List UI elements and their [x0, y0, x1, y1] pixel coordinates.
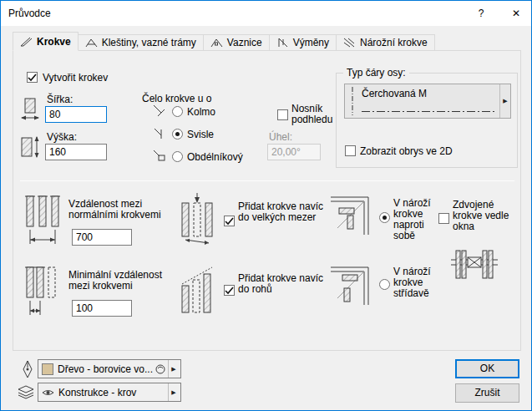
add-rafter-corner-icon: [180, 262, 214, 322]
obdelnikovy-label[interactable]: Obdélníkový: [187, 152, 243, 163]
height-input[interactable]: [45, 144, 107, 160]
angle-label: Úhel:: [269, 132, 292, 143]
show-outline-2d-label[interactable]: Zobrazit obrys ve 2D: [360, 146, 453, 157]
line-type-value-area: Čerchovaná M: [360, 84, 499, 118]
dropdown-arrow-icon[interactable]: ▶: [168, 360, 179, 378]
show-outline-2d-checkbox[interactable]: [345, 145, 356, 156]
axis-line-icon: [345, 84, 360, 118]
tab-klestiny[interactable]: Kleštiny, vazné trámy: [78, 34, 204, 51]
section-separator: [20, 180, 514, 181]
ok-button[interactable]: OK: [455, 359, 519, 378]
add-gap-rafters-label[interactable]: Přidat krokve navíc do velkých mezer: [238, 201, 332, 223]
svisle-label[interactable]: Svisle: [187, 129, 214, 140]
line-type-dropdown[interactable]: Čerchovaná M ▶: [344, 84, 511, 119]
pruvodce-dialog: Průvodce ? ✕ Krokve Kleštiny, vazné trám…: [0, 0, 532, 411]
min-distance-input[interactable]: [72, 300, 132, 317]
double-by-window-label[interactable]: Zdvojené krokve vedle okna: [453, 200, 519, 232]
add-rafter-gap-icon: [180, 191, 214, 251]
layer-dropdown[interactable]: Konstrukce - krov ▶: [38, 383, 181, 402]
close-button[interactable]: ✕: [501, 1, 531, 26]
tabstrip: Krokve Kleštiny, vazné trámy Vaznice Vým…: [13, 32, 434, 51]
create-rafter-label[interactable]: Vytvořit krokev: [43, 73, 108, 84]
height-label: Výška:: [47, 132, 77, 143]
hip-opposite-icon: [331, 193, 369, 235]
kolmo-label[interactable]: Kolmo: [187, 107, 215, 118]
hip-alternating-icon: [331, 263, 369, 305]
eye-icon: [42, 388, 54, 397]
tab-vymeny[interactable]: Výměny: [269, 34, 337, 51]
dropdown-arrow-icon[interactable]: ▶: [168, 383, 179, 401]
help-icon: ?: [479, 8, 484, 19]
material-picker-icon[interactable]: [155, 363, 166, 375]
angle-input: [267, 144, 321, 160]
vertical-cut-icon: [152, 125, 167, 140]
double-by-window-checkbox[interactable]: [438, 213, 449, 224]
normal-distance-input[interactable]: [72, 229, 132, 246]
material-value: Dřevo - borovice vo...: [58, 363, 155, 375]
collar-beam-tab-icon: [85, 38, 98, 48]
tab-page-krokve: Vytvořit krokev Šířka: Výška: Čelo krokv…: [13, 50, 521, 351]
tab-label: Krokve: [37, 36, 71, 48]
width-label: Šířka:: [47, 94, 73, 105]
soffit-beam-checkbox[interactable]: [277, 109, 288, 120]
add-gap-rafters-checkbox[interactable]: [224, 216, 235, 226]
rectangular-cut-icon: [152, 148, 167, 163]
layers-icon: [18, 385, 34, 399]
hip-rafter-tab-icon: [343, 38, 356, 48]
cancel-button[interactable]: Zrušit: [455, 383, 519, 403]
add-corner-rafters-label[interactable]: Přidat krokve navíc do rohů: [238, 273, 332, 295]
normal-distance-label: Vzdálenost mezi normálními krokvemi: [68, 199, 185, 221]
tab-narozni-krokve[interactable]: Nárožní krokve: [336, 34, 435, 51]
create-rafter-checkbox[interactable]: [27, 72, 38, 83]
window-title: Průvodce: [8, 8, 51, 19]
min-distance-label: Minimální vzdálenost mezi krokvemi: [68, 270, 185, 292]
perpendicular-cut-icon: [152, 103, 167, 118]
layer-value: Konstrukce - krov: [58, 387, 168, 398]
help-button[interactable]: ?: [466, 1, 496, 26]
tab-label: Nárožní krokve: [360, 37, 428, 48]
width-input[interactable]: [45, 106, 107, 123]
trimmer-tab-icon: [276, 38, 289, 48]
tab-label: Kleštiny, vazné trámy: [102, 37, 196, 48]
pen-icon: [21, 360, 34, 378]
rafter-height-icon: [20, 134, 42, 160]
rafter-width-icon: [20, 97, 40, 122]
tab-vaznice[interactable]: Vaznice: [203, 34, 270, 51]
add-corner-rafters-checkbox[interactable]: [224, 285, 235, 296]
close-icon: ✕: [512, 8, 520, 19]
axis-line-type-group-label: Typ čáry osy:: [343, 67, 409, 79]
tab-label: Výměny: [293, 37, 329, 48]
hip-alternating-radio[interactable]: [379, 279, 390, 290]
purlin-tab-icon: [210, 38, 223, 48]
obdelnikovy-radio[interactable]: [172, 151, 183, 162]
material-swatch: [42, 363, 53, 375]
axis-line-type-group: Typ čáry osy: Čerchovaná M ▶ Zobrazit ob…: [336, 73, 518, 168]
material-dropdown[interactable]: Dřevo - borovice vo... ▶: [38, 359, 181, 378]
tab-krokve[interactable]: Krokve: [13, 32, 79, 51]
tab-label: Vaznice: [227, 37, 262, 48]
rafter-tab-icon: [20, 37, 33, 47]
rafter-spacing-icon: [23, 191, 63, 251]
dash-dot-preview-line: [362, 109, 495, 114]
line-type-value: Čerchovaná M: [362, 88, 498, 99]
svisle-radio[interactable]: [172, 129, 183, 140]
min-spacing-icon: [23, 262, 63, 322]
window-double-rafters-icon: [451, 246, 498, 285]
titlebar: Průvodce ? ✕: [1, 1, 531, 26]
hip-opposite-radio[interactable]: [379, 212, 390, 223]
kolmo-radio[interactable]: [172, 106, 183, 117]
hip-alternating-label[interactable]: V nároží krokve střídavě: [393, 266, 447, 299]
dropdown-arrow-icon[interactable]: ▶: [499, 84, 510, 118]
